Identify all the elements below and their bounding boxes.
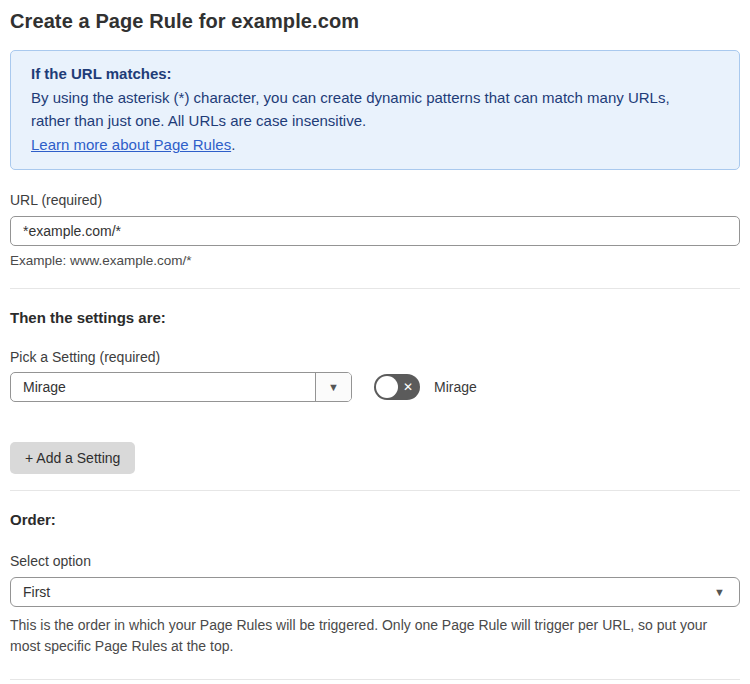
info-box-heading: If the URL matches: <box>31 62 719 85</box>
info-box-body: By using the asterisk (*) character, you… <box>31 86 711 132</box>
setting-select-value: Mirage <box>11 373 315 401</box>
order-section-heading: Order: <box>10 511 740 528</box>
info-link-suffix: . <box>231 136 235 153</box>
order-select-label: Select option <box>10 553 740 569</box>
settings-section-heading: Then the settings are: <box>10 309 740 326</box>
mirage-toggle[interactable]: ✕ <box>374 374 420 400</box>
toggle-knob <box>376 376 398 398</box>
divider <box>10 490 740 491</box>
setting-row: Mirage ▼ ✕ Mirage <box>10 372 740 402</box>
add-setting-button[interactable]: + Add a Setting <box>10 442 135 474</box>
toggle-label: Mirage <box>434 379 477 395</box>
url-field-label: URL (required) <box>10 192 740 208</box>
learn-more-link[interactable]: Learn more about Page Rules <box>31 136 231 153</box>
chevron-down-icon: ▼ <box>328 382 339 393</box>
info-link-line: Learn more about Page Rules. <box>31 133 719 156</box>
order-help-text: This is the order in which your Page Rul… <box>10 615 740 657</box>
url-match-info-box: If the URL matches: By using the asteris… <box>10 50 740 170</box>
setting-select[interactable]: Mirage ▼ <box>10 372 352 402</box>
create-page-rule-form: Create a Page Rule for example.com If th… <box>0 0 750 684</box>
page-title: Create a Page Rule for example.com <box>10 10 740 33</box>
order-select-value: First <box>23 584 50 600</box>
setting-select-arrow-button[interactable]: ▼ <box>315 373 351 401</box>
url-example-text: Example: www.example.com/* <box>10 253 740 268</box>
pick-setting-label: Pick a Setting (required) <box>10 349 740 365</box>
toggle-off-x-icon: ✕ <box>403 381 413 393</box>
divider <box>10 679 740 680</box>
chevron-down-icon: ▼ <box>714 587 725 598</box>
divider <box>10 288 740 289</box>
url-input[interactable] <box>10 216 740 246</box>
order-select[interactable]: First ▼ <box>10 577 740 607</box>
